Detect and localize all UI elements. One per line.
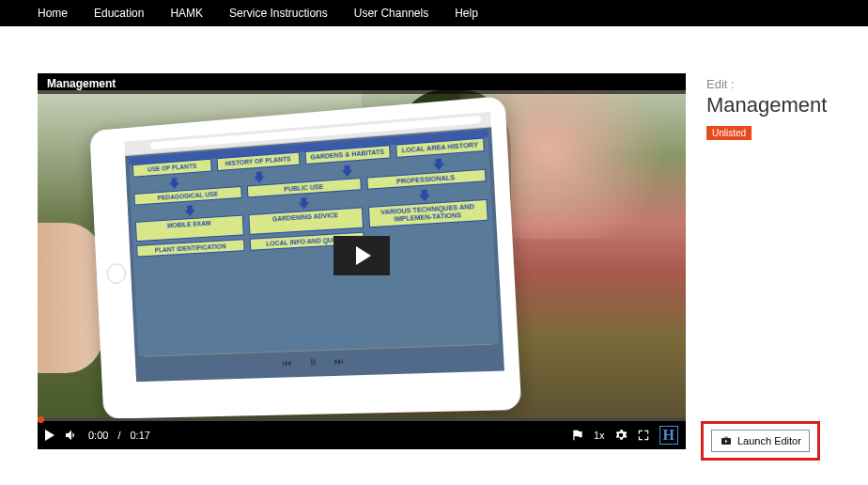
tablet-device: USE OF PLANTS HISTORY OF PLANTS GARDENS … [89,96,521,419]
edit-label: Edit : [706,77,847,91]
nav-education[interactable]: Education [94,7,144,20]
diagram-box: USE OF PLANTS [132,159,212,178]
hand-shape [38,223,103,373]
page-title: Management [706,93,847,117]
fullscreen-button[interactable] [637,429,650,442]
diagram: USE OF PLANTS HISTORY OF PLANTS GARDENS … [129,130,499,356]
video-thumbnail[interactable]: USE OF PLANTS HISTORY OF PLANTS GARDENS … [38,90,686,421]
time-separator: / [117,430,120,441]
progress-handle-icon[interactable] [38,416,44,423]
prev-track-icon: ⏮ [282,357,291,368]
nav-help[interactable]: Help [455,7,478,20]
gear-icon [614,429,628,442]
tablet-screen: USE OF PLANTS HISTORY OF PLANTS GARDENS … [124,112,504,382]
diagram-box: GARDENS & HABITATS [304,145,390,164]
volume-button[interactable] [64,428,79,443]
nav-home[interactable]: Home [38,7,68,20]
pause-icon: ⏸ [307,356,317,367]
flag-icon [571,429,584,442]
video-title: Management [38,73,686,94]
launch-editor-highlight: Launch Editor [701,421,820,461]
arrow-down-icon [254,171,265,183]
status-badge: Unlisted [706,126,752,140]
settings-button[interactable] [614,429,628,442]
tablet-home-button-icon [106,263,126,284]
svg-rect-1 [725,437,726,439]
progress-bar[interactable] [38,418,686,421]
arrow-down-icon [418,190,430,202]
play-button[interactable] [45,430,54,441]
diagram-box: HISTORY OF PLANTS [217,152,300,171]
fullscreen-icon [637,429,650,442]
video-editor-icon [720,435,733,446]
svg-rect-2 [727,437,728,439]
diagram-box: PLANT IDENTIFICATION [136,239,245,258]
arrow-down-icon [299,197,310,210]
arrow-down-icon [184,205,195,216]
nav-service-instructions[interactable]: Service Instructions [229,7,328,20]
edit-sidebar: Edit : Management Unlisted Launch Editor [706,73,847,449]
play-icon [45,430,54,441]
play-icon [356,246,371,265]
diagram-box: LOCAL AREA HISTORY [395,138,485,158]
nav-hamk[interactable]: HAMK [170,7,203,20]
duration: 0:17 [130,430,149,441]
flag-button[interactable] [571,429,584,442]
nav-user-channels[interactable]: User Channels [354,7,428,20]
h-logo[interactable]: H [659,426,678,445]
current-time: 0:00 [88,430,108,441]
video-player: Management USE OF PLANTS HISTORY OF PLAN… [38,73,686,449]
launch-editor-button[interactable]: Launch Editor [711,430,810,452]
next-track-icon: ⏭ [333,355,344,366]
arrow-down-icon [432,158,444,170]
top-nav: Home Education HAMK Service Instructions… [0,0,868,26]
big-play-button[interactable] [333,236,390,275]
arrow-down-icon [169,178,180,189]
video-controls-bar: 0:00 / 0:17 1x H [38,421,686,449]
launch-editor-label: Launch Editor [737,435,801,446]
volume-icon [64,428,79,443]
arrow-down-icon [341,164,353,177]
playback-speed[interactable]: 1x [594,430,605,441]
